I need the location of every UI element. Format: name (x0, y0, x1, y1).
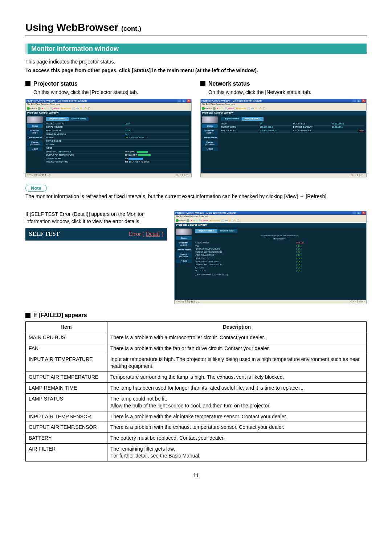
minimize-icon[interactable]: _ (177, 99, 181, 102)
back-icon[interactable] (176, 219, 179, 222)
maximize-icon[interactable]: □ (182, 99, 186, 102)
browser-toolbar[interactable]: Back ▾ ✖ ⟳ ⌂ 🔍Search ★Favorites 🕘 ✉▾ 🖶 📝… (26, 106, 191, 111)
home-icon[interactable]: ⌂ (48, 107, 49, 110)
cell-value (125, 126, 189, 128)
sidebar-item-change-password[interactable]: Change password (202, 140, 218, 146)
back-icon[interactable] (27, 107, 30, 110)
minimize-icon[interactable]: _ (352, 99, 356, 102)
back-icon[interactable] (202, 107, 205, 110)
network-status-column: Network status On this window, click the… (200, 81, 367, 177)
favorites-icon[interactable]: ★Favorites (236, 107, 246, 110)
selftest-label: SELF TEST (29, 230, 60, 238)
favorites-icon[interactable]: ★Favorites (209, 219, 220, 222)
stop-icon[interactable]: ✖ (42, 107, 44, 110)
tab-projector-status[interactable]: Projector status (46, 117, 69, 121)
mail-icon[interactable]: ✉▾ (251, 107, 254, 110)
search-icon[interactable]: 🔍Search (199, 219, 208, 222)
minimize-icon[interactable]: _ (352, 212, 356, 214)
section-heading: Monitor information window (25, 44, 367, 54)
rxtx-detail-link[interactable]: Detail (359, 130, 364, 132)
maximize-icon[interactable]: □ (357, 99, 361, 102)
refresh-icon[interactable]: ⟳ (45, 107, 46, 110)
forward-icon[interactable] (38, 107, 41, 110)
forward-icon[interactable] (213, 107, 216, 110)
sidebar-item-projector-control[interactable]: Projector control (176, 241, 192, 247)
history-icon[interactable]: 🕘 (247, 107, 250, 110)
error-rows: MAIN CPU BUSFAILEDFAN[ OK ]INPUT AIR TEM… (195, 241, 364, 272)
content-area: Status Projector control Detailed set up… (201, 115, 366, 173)
pcw-header: Projector Control Window (175, 223, 366, 227)
main-panel: Projector status Network status PROJECTO… (44, 115, 191, 173)
projector-logo-icon (176, 229, 192, 235)
table-row: INPUT AIR TEMPERATUREInput air temperatu… (26, 354, 367, 372)
tab-network-status[interactable]: Network status (69, 117, 89, 121)
network-status-heading-text: Network status (208, 81, 250, 87)
home-icon[interactable]: ⌂ (196, 219, 198, 222)
failed-item-cell: BATTERY (26, 433, 107, 444)
tab-projector-status[interactable]: Projector status (221, 117, 242, 121)
discuss-icon[interactable]: 📋 (88, 107, 90, 110)
forward-icon[interactable] (187, 219, 189, 222)
close-icon[interactable]: × (362, 212, 366, 214)
cell-value: 3 H (125, 157, 189, 160)
failed-desc-cell: There is a problem with the air intake t… (107, 411, 367, 422)
sidebar-item-change-password[interactable]: Change password (176, 253, 192, 258)
cell-value: ON STANDBY AV MUTE (125, 136, 189, 139)
refresh-icon[interactable]: ⟳ (220, 107, 221, 110)
sidebar-item-projector-control[interactable]: Projector control (27, 129, 43, 135)
print-icon[interactable]: 🖶 (229, 219, 231, 222)
close-icon[interactable]: × (362, 99, 366, 102)
tab-network-status[interactable]: Network status (217, 229, 238, 233)
sidebar-item-detailed-setup[interactable]: Detailed set up (176, 248, 192, 251)
page-title-main: Using WebBrowser (25, 22, 118, 33)
sidebar-item-projector-control[interactable]: Projector control (202, 129, 218, 135)
error-row-label: AIR FILTER (195, 270, 297, 272)
browser-menubar[interactable]: File Edit View Favorites Tools Help (175, 215, 366, 218)
sidebar-item-change-password[interactable]: Change password (27, 140, 43, 146)
error-row-label: INPUT AIR TEMP.SENSOR (195, 260, 297, 263)
stop-icon[interactable]: ✖ (217, 107, 219, 110)
detail-block: If [SELF TEST Error (Detail)] appears on… (25, 211, 367, 304)
search-icon[interactable]: 🔍Search (225, 107, 234, 110)
edit-icon[interactable]: 📝▾ (232, 219, 236, 222)
sidebar-item-status[interactable]: Status (176, 236, 192, 240)
note-block: Note The monitor information is refreshe… (25, 185, 367, 200)
sidebar-item-status[interactable]: Status (202, 124, 218, 128)
home-icon[interactable]: ⌂ (222, 107, 224, 110)
failed-desc-cell: The battery must be replaced. Contact yo… (107, 433, 367, 444)
error-row-status: [ OK ] (297, 254, 302, 257)
print-icon[interactable]: 🖶 (255, 107, 257, 110)
discuss-icon[interactable]: 📋 (237, 219, 239, 222)
discuss-icon[interactable]: 📋 (263, 107, 265, 110)
sidebar-item-status[interactable]: Status (27, 124, 43, 128)
edit-icon[interactable]: 📝▾ (258, 107, 262, 110)
maximize-icon[interactable]: □ (357, 212, 361, 214)
history-icon[interactable]: 🕘 (72, 107, 75, 110)
sidebar-item-detailed-setup[interactable]: Detailed set up (27, 136, 43, 139)
browser-toolbar[interactable]: Back ▾ ✖ ⟳ ⌂ 🔍Search ★Favorites 🕘 ✉▾ 🖶 📝… (175, 218, 366, 223)
cell-value (125, 143, 189, 146)
browser-menubar[interactable]: File Edit View Favorites Tools Help (201, 103, 366, 106)
selftest-error-link[interactable]: Error ( Detail ) (128, 230, 163, 238)
mail-icon[interactable]: ✉▾ (76, 107, 79, 110)
stop-icon[interactable]: ✖ (191, 219, 192, 222)
tab-network-status[interactable]: Network status (242, 117, 264, 121)
browser-menubar[interactable]: File Edit View Favorites Tools Help (26, 103, 191, 106)
error-row-status: FAILED (297, 242, 304, 244)
statusbar-right: イントラネット (350, 174, 365, 177)
search-icon[interactable]: 🔍Search (50, 107, 60, 110)
close-icon[interactable]: × (187, 99, 191, 102)
tab-projector-status[interactable]: Projector status (195, 229, 217, 233)
error-code-footer: (Error code 00 00 00 00 00 00 00 00) (195, 274, 364, 276)
sidebar-item-language[interactable]: 日本語 (27, 147, 43, 151)
favorites-icon[interactable]: ★Favorites (61, 107, 72, 110)
browser-toolbar[interactable]: Back ▾ ✖ ⟳ ⌂ 🔍Search ★Favorites 🕘 ✉▾ 🖶 📝… (201, 106, 366, 111)
edit-icon[interactable]: 📝▾ (83, 107, 87, 110)
sidebar-item-detailed-setup[interactable]: Detailed set up (202, 136, 218, 139)
sidebar-item-language[interactable]: 日本語 (176, 259, 192, 263)
history-icon[interactable]: 🕘 (221, 219, 224, 222)
mail-icon[interactable]: ✉▾ (225, 219, 228, 222)
refresh-icon[interactable]: ⟳ (193, 219, 195, 222)
print-icon[interactable]: 🖶 (80, 107, 82, 110)
sidebar-item-language[interactable]: 日本語 (202, 147, 218, 151)
